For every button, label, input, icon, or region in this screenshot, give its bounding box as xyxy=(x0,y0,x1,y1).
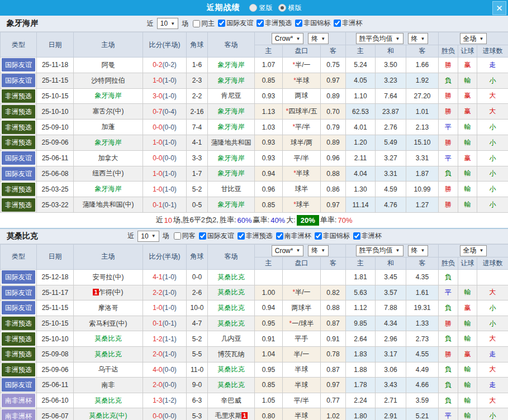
lose-odds: 3.31 xyxy=(406,150,439,166)
league-filter[interactable]: 非洲预选 xyxy=(238,231,273,241)
league-checkbox[interactable] xyxy=(353,232,360,240)
fulltime-score: 3-0 xyxy=(153,92,162,100)
league-checkbox[interactable] xyxy=(276,232,283,240)
match-type-badge: 非洲预选 xyxy=(2,198,35,212)
league-checkbox[interactable] xyxy=(199,232,206,240)
score-cell: 0-1(0-1) xyxy=(143,197,187,213)
result-goals: 大 xyxy=(477,285,508,300)
away-team-name: 毛里求斯 xyxy=(215,412,241,419)
league-checkbox[interactable] xyxy=(315,232,322,240)
league-filter[interactable]: 非洲杯 xyxy=(334,18,362,28)
match-type-cell: 非洲预选 xyxy=(1,104,37,120)
radio-horizontal-label[interactable]: 横版 xyxy=(288,3,302,13)
halftime-score: (1-0) xyxy=(163,185,177,193)
away-team: 莫桑比克 xyxy=(208,300,255,316)
home-team-name: 塞舌尔(中) xyxy=(93,107,124,115)
league-filter[interactable]: 非洲杯 xyxy=(353,231,382,241)
corner-count: 6-3 xyxy=(187,393,208,408)
league-checkbox[interactable] xyxy=(238,232,245,240)
score-cell: 0-2(0-2) xyxy=(143,58,187,73)
final-odds-select[interactable]: 终 xyxy=(408,33,429,44)
final-odds-select[interactable]: 终 xyxy=(408,245,429,256)
lose-odds: 4.66 xyxy=(406,378,439,393)
result-wdl: 勝 xyxy=(439,58,458,73)
handicap-home-odds: 1.05 xyxy=(255,393,283,408)
final-odds-select[interactable]: 终 xyxy=(308,33,329,44)
near-label: 近 xyxy=(127,231,134,241)
radio-horizontal-layout[interactable] xyxy=(278,4,286,12)
fulltime-select[interactable]: 全场 xyxy=(460,33,487,44)
away-team: 象牙海岸 xyxy=(208,120,255,135)
away-team: 莫桑比克 xyxy=(208,269,255,285)
handicap-home-odds: 0.95 xyxy=(255,316,283,331)
team-name: 象牙海岸 xyxy=(7,18,38,28)
handicap-line: 两球半 xyxy=(283,300,321,316)
match-date: 25-11-15 xyxy=(37,300,74,316)
match-date: 25-11-18 xyxy=(37,58,74,73)
halftime-score: (1-0) xyxy=(163,77,177,84)
col-away: 客场 xyxy=(208,244,255,269)
home-team-name: 摩洛哥 xyxy=(98,304,118,312)
radio-vertical-layout[interactable] xyxy=(249,4,257,12)
home-team: 塞舌尔(中) xyxy=(74,104,143,120)
league-checkbox[interactable] xyxy=(257,20,264,27)
win-odds: 11.14 xyxy=(346,197,376,213)
league-checkbox[interactable] xyxy=(334,20,341,27)
close-button[interactable]: ✕ xyxy=(492,1,506,15)
league-label: 南非洲杯 xyxy=(284,231,311,241)
fulltime-score: 2-0 xyxy=(153,350,162,358)
handicap-away-odds: 0.89 xyxy=(321,88,346,104)
match-type-badge: 非洲预选 xyxy=(2,183,35,196)
win-odds: 62.53 xyxy=(346,104,376,120)
league-filter[interactable]: 非国锦标 xyxy=(295,18,330,28)
match-count-select[interactable]: 10 xyxy=(157,18,178,29)
result-goals: 小 xyxy=(477,408,508,420)
win-odds: 1.80 xyxy=(346,408,376,420)
result-wdl: 平 xyxy=(439,120,458,135)
same-venue-filter[interactable]: 同主 xyxy=(193,19,215,28)
halftime-score: (1-2) xyxy=(163,397,177,404)
corner-count: 4-1 xyxy=(187,135,208,150)
match-count-select[interactable]: 10 xyxy=(137,231,159,242)
wdl-average-select[interactable]: 胜平负均值 xyxy=(356,245,403,256)
wdl-average-select[interactable]: 胜平负均值 xyxy=(356,33,403,44)
odds-source-select[interactable]: Crow* xyxy=(272,33,304,44)
away-team: 象牙海岸 xyxy=(208,104,255,120)
result-goals: 走 xyxy=(477,58,508,73)
result-wdl: 平 xyxy=(439,150,458,166)
same-venue-checkbox[interactable] xyxy=(174,232,181,240)
win-odds: 4.04 xyxy=(346,166,376,182)
match-date: 25-06-08 xyxy=(37,166,74,182)
fulltime-select[interactable]: 全场 xyxy=(460,245,487,256)
col-handicap-line: 盘口 xyxy=(283,257,321,269)
league-filter[interactable]: 非国锦标 xyxy=(315,231,350,241)
match-type-badge: 国际友谊 xyxy=(2,167,35,180)
league-filter[interactable]: 国际友谊 xyxy=(199,231,234,241)
same-venue-checkbox[interactable] xyxy=(193,20,200,27)
league-checkbox[interactable] xyxy=(218,20,225,27)
league-label: 非洲杯 xyxy=(362,231,382,241)
corner-count: 2-16 xyxy=(187,104,208,120)
home-team: 莫桑比克 xyxy=(74,393,143,408)
league-checkbox[interactable] xyxy=(295,20,302,27)
match-row: 非洲预选25-10-10莫桑比克1-2(1-1)5-2几内亚0.91平手0.91… xyxy=(1,331,508,347)
odds-source-select[interactable]: Crow* xyxy=(272,245,304,256)
result-goals xyxy=(477,269,508,285)
handicap-line: *平/半 xyxy=(283,120,321,135)
radio-vertical-label[interactable]: 竖版 xyxy=(259,3,273,13)
handicap-line: 平/半 xyxy=(283,393,321,408)
league-filter[interactable]: 南非洲杯 xyxy=(276,231,311,241)
final-odds-select[interactable]: 终 xyxy=(308,245,329,256)
same-venue-filter[interactable]: 同客 xyxy=(174,231,196,241)
result-wdl: 負 xyxy=(439,73,458,88)
away-team-name: 象牙海岸 xyxy=(218,107,245,115)
handicap-line: 平/半 xyxy=(283,150,321,166)
score-cell: 2-2(1-0) xyxy=(143,285,187,300)
league-filter[interactable]: 国际友谊 xyxy=(218,18,253,28)
team-section-ivory-coast: 象牙海岸 近 10 场 同主 国际友谊非洲预选非国锦标非洲杯 类型 日期 主场 … xyxy=(0,16,508,229)
match-date: 25-06-11 xyxy=(37,378,74,393)
match-row: 国际友谊25-11-15沙特阿拉伯1-0(1-0)2-3象牙海岸0.85*半球0… xyxy=(1,73,508,88)
handicap-line: 半球 xyxy=(283,378,321,393)
league-filter[interactable]: 非洲预选 xyxy=(257,18,292,28)
draw-odds: 4.59 xyxy=(376,182,406,197)
